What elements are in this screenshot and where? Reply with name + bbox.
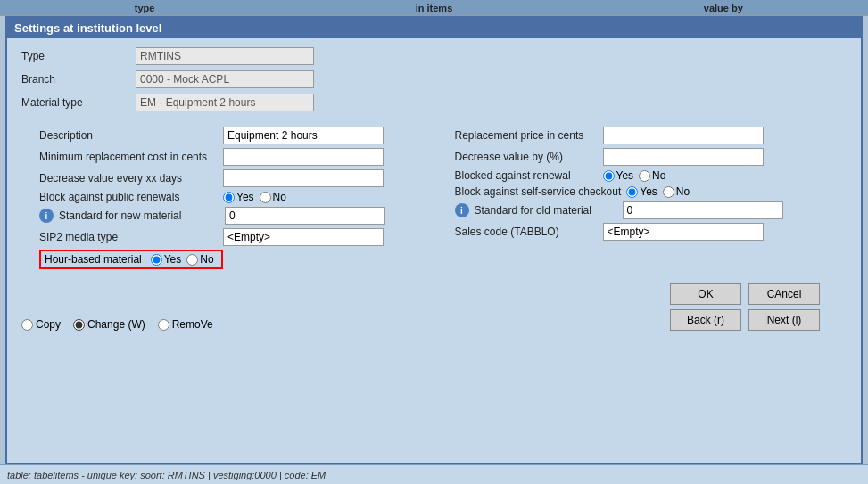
- block-renewals-label: Block against public renewals: [39, 191, 218, 203]
- remove-action[interactable]: RemoVe: [158, 318, 213, 331]
- ok-button[interactable]: OK: [670, 283, 741, 305]
- sales-code-label: Sales code (TABBLO): [455, 226, 598, 238]
- block-renewals-no[interactable]: No: [260, 191, 286, 203]
- block-renewals-yes[interactable]: Yes: [223, 191, 254, 203]
- topbar-type: type: [0, 3, 289, 13]
- status-bar: table: tabelitems - unique key: soort: R…: [0, 464, 868, 484]
- standard-new-label: Standard for new material: [59, 209, 219, 222]
- decrease-value-input[interactable]: [603, 148, 764, 166]
- sip2-label: SIP2 media type: [39, 231, 218, 243]
- type-label: Type: [21, 50, 128, 62]
- bottom-buttons: Back (r) Next (l): [670, 309, 820, 331]
- cancel-button[interactable]: CAncel: [748, 283, 820, 305]
- block-renewals-radio: Yes No: [223, 191, 286, 203]
- topbar-value: value by: [579, 3, 868, 13]
- back-button[interactable]: Back (r): [670, 309, 741, 331]
- sip2-input[interactable]: [223, 228, 384, 246]
- min-replacement-label: Minimum replacement cost in cents: [39, 151, 218, 163]
- min-replacement-input[interactable]: [223, 148, 384, 166]
- hour-based-box: Hour-based material Yes No: [39, 250, 223, 269]
- hour-based-yes[interactable]: Yes: [151, 253, 182, 266]
- copy-label: Copy: [36, 318, 61, 331]
- blocked-renewal-no[interactable]: No: [639, 169, 665, 182]
- standard-old-label: Standard for old material: [475, 204, 617, 217]
- type-input[interactable]: [136, 47, 314, 65]
- material-type-label: Material type: [21, 96, 128, 109]
- block-self-service-radio: Yes No: [626, 185, 690, 198]
- decrease-value-label: Decrease value by (%): [455, 151, 598, 163]
- blocked-renewal-yes[interactable]: Yes: [603, 169, 634, 182]
- blocked-renewal-radio: Yes No: [603, 169, 666, 182]
- standard-new-input[interactable]: [225, 207, 385, 225]
- change-action[interactable]: Change (W): [73, 318, 145, 331]
- next-button[interactable]: Next (l): [748, 309, 820, 331]
- hour-based-label: Hour-based material: [45, 253, 142, 266]
- blocked-renewal-label: Blocked against renewal: [455, 169, 598, 182]
- decrease-days-input[interactable]: [223, 169, 384, 187]
- change-label: Change (W): [87, 318, 145, 331]
- description-input[interactable]: [223, 127, 384, 144]
- top-buttons: OK CAncel: [670, 283, 820, 305]
- standard-old-input[interactable]: [623, 201, 783, 219]
- block-self-service-no[interactable]: No: [663, 185, 690, 198]
- description-label: Description: [39, 129, 218, 142]
- remove-label: RemoVe: [172, 318, 213, 331]
- standard-new-info-icon[interactable]: i: [39, 209, 54, 223]
- dialog-title: Settings at institution level: [7, 18, 861, 38]
- block-self-service-yes[interactable]: Yes: [626, 185, 657, 198]
- topbar-items: in items: [289, 3, 578, 13]
- actions-row: Copy Change (W) RemoVe: [21, 318, 213, 331]
- material-type-input[interactable]: [136, 94, 314, 111]
- copy-action[interactable]: Copy: [21, 318, 61, 331]
- branch-input[interactable]: [136, 70, 314, 88]
- status-text: table: tabelitems - unique key: soort: R…: [7, 470, 326, 480]
- decrease-days-label: Decrease value every xx days: [39, 172, 218, 185]
- standard-old-info-icon[interactable]: i: [455, 203, 469, 217]
- replacement-price-input[interactable]: [603, 127, 764, 144]
- block-self-service-label: Block against self-service checkout: [455, 185, 622, 198]
- hour-based-no[interactable]: No: [186, 253, 213, 266]
- hour-based-radio: Yes No: [151, 253, 214, 266]
- branch-label: Branch: [21, 73, 128, 86]
- sales-code-input[interactable]: [603, 223, 764, 241]
- replacement-price-label: Replacement price in cents: [455, 129, 598, 142]
